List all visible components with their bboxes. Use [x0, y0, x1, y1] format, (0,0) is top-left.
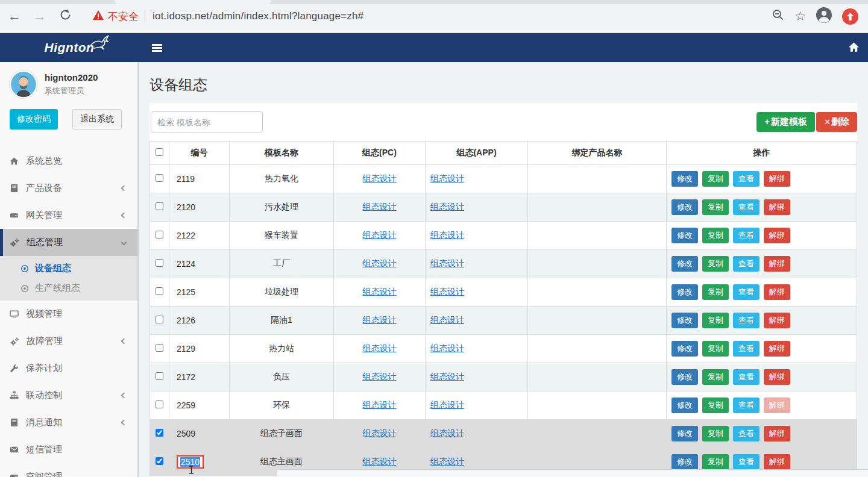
view-button[interactable]: 查看: [733, 199, 760, 215]
edit-button[interactable]: 修改: [671, 171, 698, 187]
sidebar-item-configuration-management[interactable]: 组态管理: [0, 229, 137, 256]
pc-design-link[interactable]: 组态设计: [363, 202, 397, 211]
sidebar-item-space-management[interactable]: 空间管理: [0, 463, 137, 477]
sidebar-item-video-management[interactable]: 视频管理: [0, 301, 137, 328]
view-button[interactable]: 查看: [733, 398, 760, 413]
pc-design-link[interactable]: 组态设计: [363, 428, 397, 438]
unbind-button[interactable]: 解绑: [764, 199, 790, 215]
app-design-link[interactable]: 组态设计: [430, 287, 464, 296]
sidebar-item-product-devices[interactable]: 产品设备: [0, 175, 137, 202]
copy-button[interactable]: 复制: [702, 341, 729, 357]
app-design-link[interactable]: 组态设计: [430, 315, 464, 325]
zoom-out-icon[interactable]: [772, 8, 785, 24]
pc-design-link[interactable]: 组态设计: [363, 400, 397, 410]
sidebar-item-sms-management[interactable]: 短信管理: [0, 436, 137, 463]
table-row[interactable]: 2119 热力氧化 组态设计 组态设计 修改 复制 查看 解绑: [150, 165, 857, 193]
search-input[interactable]: [151, 111, 263, 132]
pc-design-link[interactable]: 组态设计: [363, 372, 397, 381]
pc-design-link[interactable]: 组态设计: [363, 230, 397, 240]
copy-button[interactable]: 复制: [702, 284, 729, 300]
view-button[interactable]: 查看: [733, 341, 760, 357]
row-checkbox[interactable]: [156, 401, 163, 408]
app-design-link[interactable]: 组态设计: [430, 343, 464, 353]
copy-button[interactable]: 复制: [702, 171, 729, 187]
sidebar-item-device-configuration[interactable]: 设备组态: [0, 258, 137, 278]
view-button[interactable]: 查看: [733, 284, 760, 300]
sidebar-item-production-line-configuration[interactable]: 生产线组态: [0, 278, 137, 298]
edit-button[interactable]: 修改: [671, 313, 698, 328]
table-row[interactable]: 2129 热力站 组态设计 组态设计 修改 复制 查看 解绑: [150, 335, 857, 363]
table-row[interactable]: 2259 环保 组态设计 组态设计 修改 复制 查看 解绑: [150, 391, 857, 420]
reload-icon[interactable]: [54, 8, 76, 25]
sidebar-item-gateway-management[interactable]: 网关管理: [0, 202, 137, 229]
delete-button[interactable]: 删除: [816, 112, 857, 132]
row-checkbox[interactable]: [156, 174, 163, 182]
view-button[interactable]: 查看: [733, 313, 760, 328]
table-row[interactable]: 2126 隔油1 组态设计 组态设计 修改 复制 查看 解绑: [150, 307, 857, 335]
new-template-button[interactable]: 新建模板: [756, 112, 815, 132]
back-icon[interactable]: ←: [4, 8, 25, 24]
edit-button[interactable]: 修改: [671, 341, 698, 357]
pc-design-link[interactable]: 组态设计: [363, 315, 397, 325]
unbind-button[interactable]: 解绑: [764, 313, 790, 328]
edit-button[interactable]: 修改: [671, 228, 698, 243]
pc-design-link[interactable]: 组态设计: [363, 173, 397, 183]
sidebar-item-maintenance-plan[interactable]: 保养计划: [0, 355, 137, 382]
app-design-link[interactable]: 组态设计: [430, 230, 464, 240]
copy-button[interactable]: 复制: [702, 426, 729, 441]
view-button[interactable]: 查看: [733, 454, 760, 470]
pc-design-link[interactable]: 组态设计: [363, 287, 397, 296]
row-checkbox[interactable]: [156, 259, 163, 267]
profile-avatar-icon[interactable]: [816, 7, 832, 26]
unbind-button[interactable]: 解绑: [764, 228, 790, 243]
sidebar-item-linkage-control[interactable]: 联动控制: [0, 382, 137, 409]
row-id-edit-box[interactable]: 2510: [177, 455, 204, 469]
row-checkbox[interactable]: [156, 429, 163, 437]
sidebar-item-message-notification[interactable]: 消息通知: [0, 409, 137, 436]
edit-button[interactable]: 修改: [671, 426, 698, 441]
view-button[interactable]: 查看: [733, 228, 760, 243]
copy-button[interactable]: 复制: [702, 454, 729, 470]
table-row[interactable]: 2122 猴车装置 组态设计 组态设计 修改 复制 查看 解绑: [150, 222, 857, 250]
edit-button[interactable]: 修改: [671, 369, 698, 385]
copy-button[interactable]: 复制: [702, 228, 729, 243]
app-design-link[interactable]: 组态设计: [430, 202, 464, 211]
change-password-button[interactable]: 修改密码: [10, 109, 58, 129]
edit-button[interactable]: 修改: [671, 256, 698, 272]
table-row[interactable]: 2120 污水处理 组态设计 组态设计 修改 复制 查看 解绑: [150, 193, 857, 222]
unbind-button[interactable]: 解绑: [764, 284, 790, 300]
pc-design-link[interactable]: 组态设计: [363, 457, 397, 466]
copy-button[interactable]: 复制: [702, 256, 729, 272]
browser-update-icon[interactable]: [842, 8, 858, 25]
row-checkbox[interactable]: [156, 457, 163, 465]
select-all-checkbox[interactable]: [156, 148, 163, 156]
table-row[interactable]: 2509 组态子画面 组态设计 组态设计 修改 复制 查看 解绑: [150, 420, 857, 448]
row-checkbox[interactable]: [156, 287, 163, 295]
table-row[interactable]: 2124 工厂 组态设计 组态设计 修改 复制 查看 解绑: [150, 250, 857, 278]
unbind-button[interactable]: 解绑: [764, 454, 790, 470]
app-design-link[interactable]: 组态设计: [430, 258, 464, 268]
row-checkbox[interactable]: [156, 344, 163, 352]
app-design-link[interactable]: 组态设计: [430, 400, 464, 410]
view-button[interactable]: 查看: [733, 256, 760, 272]
edit-button[interactable]: 修改: [671, 454, 698, 470]
edit-button[interactable]: 修改: [671, 199, 698, 215]
view-button[interactable]: 查看: [733, 426, 760, 441]
sidebar-item-system-overview[interactable]: 系统总览: [0, 148, 137, 175]
address-bar[interactable]: 不安全 iot.idosp.net/admin/index.html?langu…: [93, 10, 772, 23]
unbind-button[interactable]: 解绑: [764, 171, 790, 187]
sidebar-item-fault-management[interactable]: 故障管理: [0, 328, 137, 355]
app-design-link[interactable]: 组态设计: [430, 457, 464, 466]
unbind-button[interactable]: 解绑: [764, 256, 790, 272]
copy-button[interactable]: 复制: [702, 369, 729, 385]
edit-button[interactable]: 修改: [671, 284, 698, 300]
row-checkbox[interactable]: [156, 372, 163, 380]
copy-button[interactable]: 复制: [702, 398, 729, 413]
unbind-button[interactable]: 解绑: [764, 341, 790, 357]
app-design-link[interactable]: 组态设计: [430, 372, 464, 381]
edit-button[interactable]: 修改: [671, 398, 698, 413]
sidebar-toggle-icon[interactable]: [148, 39, 166, 57]
table-row[interactable]: 2125 垃圾处理 组态设计 组态设计 修改 复制 查看 解绑: [150, 278, 857, 307]
table-row[interactable]: 2172 负压 组态设计 组态设计 修改 复制 查看 解绑: [150, 363, 857, 391]
pc-design-link[interactable]: 组态设计: [363, 258, 397, 268]
